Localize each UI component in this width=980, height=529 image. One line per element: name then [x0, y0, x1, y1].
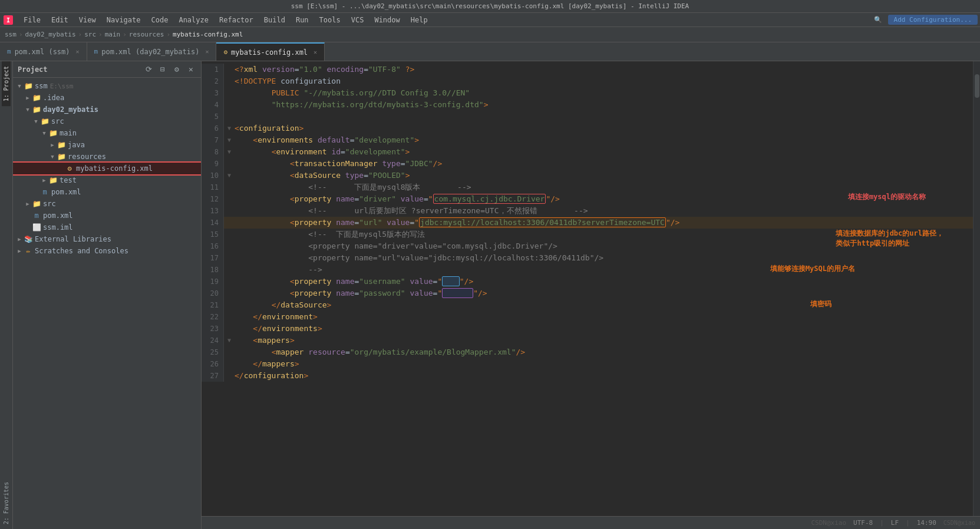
menu-analyze[interactable]: Analyze	[174, 15, 213, 25]
driver-annotation: 填连接mysql的驱动名称	[848, 191, 926, 203]
code-content-25: <mapper resource="org/mybatis/example/Bl…	[235, 346, 525, 358]
tree-java[interactable]: ▶ 📁 java	[13, 139, 201, 151]
tree-icon-src: 📁	[40, 117, 50, 126]
code-content-21: </dataSource>	[235, 299, 331, 311]
sidebar-settings-btn[interactable]: ⚙	[171, 64, 182, 75]
menu-build[interactable]: Build	[259, 15, 290, 25]
code-content-9: <transactionManager type="JDBC"/>	[235, 158, 442, 170]
tree-icon-java: 📁	[57, 140, 66, 150]
main-layout: 1: Project 2: Favorites Project ⟳ ⊟ ⚙ ✕ …	[0, 61, 980, 529]
code-line-19: 19 <property name="username" value=" "/>…	[202, 276, 973, 287]
fold-11	[224, 181, 235, 193]
tree-label-test: test	[60, 176, 77, 184]
linenum-5: 5	[202, 111, 224, 123]
code-content-7: <environments default="development">	[235, 134, 419, 146]
fold-26	[224, 358, 235, 370]
scrollbar-thumb[interactable]	[975, 74, 979, 98]
tab-pom-ssm-close[interactable]: ✕	[76, 48, 80, 55]
tree-label-java: java	[68, 141, 85, 149]
linenum-14: 14	[202, 217, 224, 229]
bc-day02[interactable]: day02_mybatis	[25, 31, 76, 38]
menu-run[interactable]: Run	[291, 15, 314, 25]
bc-main[interactable]: main	[105, 31, 121, 38]
code-line-22: 22 </environment>	[202, 311, 973, 323]
status-encoding: UTF-8	[853, 519, 873, 527]
tree-test[interactable]: ▶ 📁 test	[13, 174, 201, 186]
menu-edit[interactable]: Edit	[47, 15, 73, 25]
tree-idea[interactable]: ▶ 📁 .idea	[13, 92, 201, 104]
tab-mybatis-config-close[interactable]: ✕	[314, 49, 317, 55]
code-content-15: <!-- 下面是mysql5版本的写法	[235, 229, 434, 240]
menu-navigate[interactable]: Navigate	[102, 15, 146, 25]
tree-ssm-root[interactable]: ▼ 📁 ssm E:\ssm	[13, 80, 201, 92]
sidebar-hide-btn[interactable]: ✕	[186, 64, 196, 75]
bc-file[interactable]: mybatis-config.xml	[173, 31, 243, 38]
watermark-text: CSDN@xiao	[943, 520, 975, 526]
tree-label-main: main	[60, 129, 77, 137]
svg-text:I: I	[6, 17, 10, 24]
tree-day02[interactable]: ▼ 📁 day02_mybatis	[13, 104, 201, 115]
tab-pom-day02-icon: m	[94, 48, 98, 55]
menu-view[interactable]: View	[74, 15, 101, 25]
left-tab-project[interactable]: 1: Project	[2, 61, 11, 106]
code-line-3: 3 PUBLIC "-//mybatis.org//DTD Config 3.0…	[202, 87, 973, 99]
tree-main[interactable]: ▼ 📁 main	[13, 127, 201, 139]
menu-refactor[interactable]: Refactor	[215, 15, 258, 25]
code-line-4: 4 "https://mybatis.org/dtd/mybatis-3-con…	[202, 99, 973, 111]
sidebar-title: Project	[18, 65, 140, 74]
menu-code[interactable]: Code	[147, 15, 173, 25]
code-line-17: 17 <property name="url"value="jdbc:mysql…	[202, 252, 973, 264]
code-content-18: -->	[235, 264, 322, 276]
menu-window[interactable]: Window	[369, 15, 404, 25]
code-line-24: 24 ▼ <mappers>	[202, 335, 973, 346]
editor-scrollbar[interactable]	[973, 61, 980, 516]
menu-help[interactable]: Help	[406, 15, 433, 25]
tab-pom-day02-close[interactable]: ✕	[205, 48, 209, 55]
sidebar-collapse-btn[interactable]: ⊟	[157, 64, 168, 75]
fold-17	[224, 252, 235, 264]
tree-pom-ssm[interactable]: m pom.xml	[13, 210, 201, 221]
search-everywhere[interactable]: 🔍	[874, 16, 887, 24]
fold-9	[224, 158, 235, 170]
add-configuration-button[interactable]: Add Configuration...	[888, 15, 978, 25]
code-line-9: 9 <transactionManager type="JDBC"/>	[202, 158, 973, 170]
code-editor[interactable]: 1 <?xml version="1.0" encoding="UTF-8" ?…	[202, 61, 973, 516]
code-line-18: 18 -->	[202, 264, 973, 276]
fold-18	[224, 264, 235, 276]
menu-vcs[interactable]: VCS	[347, 15, 369, 25]
linenum-27: 27	[202, 370, 224, 382]
linenum-18: 18	[202, 264, 224, 276]
tree-icon-scratches: ✏	[24, 246, 33, 256]
tree-src2[interactable]: ▶ 📁 src	[13, 198, 201, 210]
tree-icon-extlibs: 📚	[24, 234, 33, 244]
tree-arrow-idea: ▶	[24, 95, 32, 101]
tree-src[interactable]: ▼ 📁 src	[13, 115, 201, 127]
tree-scratches[interactable]: ▶ ✏ Scratches and Consoles	[13, 245, 201, 257]
sidebar-sync-btn[interactable]: ⟳	[143, 64, 154, 75]
bc-ssm[interactable]: ssm	[5, 31, 17, 38]
tree-external-libs[interactable]: ▶ 📚 External Libraries	[13, 233, 201, 245]
linenum-20: 20	[202, 287, 224, 299]
fold-13	[224, 205, 235, 217]
menu-file[interactable]: File	[19, 15, 45, 25]
menu-tools[interactable]: Tools	[315, 15, 345, 25]
code-line-25: 25 <mapper resource="org/mybatis/example…	[202, 346, 973, 358]
tree-arrow-main: ▼	[40, 130, 48, 136]
tree-mybatis-config[interactable]: ⚙ mybatis-config.xml	[13, 163, 201, 174]
tab-mybatis-config[interactable]: ⚙ mybatis-config.xml ✕	[216, 42, 325, 61]
linenum-2: 2	[202, 75, 224, 87]
fold-6: ▼	[224, 123, 235, 134]
code-line-14: 14 <property name="url" value="jdbc:mysq…	[202, 217, 973, 229]
bc-resources[interactable]: resources	[129, 31, 164, 38]
code-content-26: </mappers>	[235, 358, 299, 370]
tree-ssm-iml[interactable]: ⬜ ssm.iml	[13, 221, 201, 233]
left-tab-favorites[interactable]: 2: Favorites	[2, 477, 11, 529]
tab-pom-ssm[interactable]: m pom.xml (ssm) ✕	[0, 42, 87, 61]
bc-src[interactable]: src	[84, 31, 96, 38]
tree-arrow-test: ▶	[40, 177, 48, 183]
tree-pom-day02[interactable]: m pom.xml	[13, 186, 201, 198]
tree-resources[interactable]: ▼ 📁 resources	[13, 151, 201, 163]
tab-pom-day02[interactable]: m pom.xml (day02_mybatis) ✕	[87, 42, 217, 61]
tab-pom-ssm-icon: m	[7, 48, 11, 55]
code-content-11: <!-- 下面是mysql8版本 -->	[235, 181, 471, 193]
